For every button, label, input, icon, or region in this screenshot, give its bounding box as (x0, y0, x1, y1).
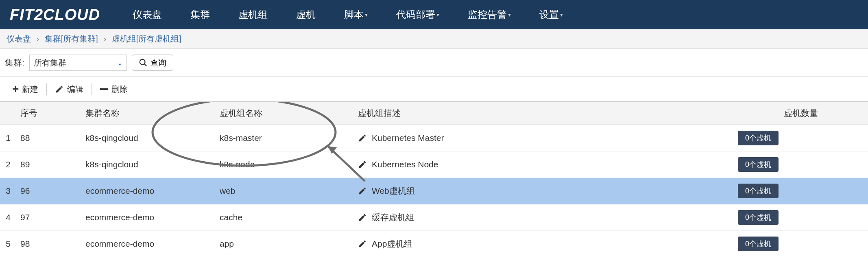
cell-cluster: ecommerce-demo (81, 204, 216, 231)
search-icon (139, 58, 148, 67)
vmgroup-table: 序号 集群名称 虚机组名称 虚机组描述 虚机数量 1 88 k8s-qingcl… (0, 102, 868, 263)
cell-vmgroup: k8s-node (216, 151, 354, 178)
nav-items: 仪表盘 集群 虚机组 虚机 脚本▾ 代码部署▾ 监控告警▾ 设置▾ (133, 8, 563, 21)
cell-desc: 缓存虚机组 (354, 204, 734, 231)
vm-count-badge[interactable]: 0个虚机 (738, 157, 779, 172)
breadcrumb-sep: › (37, 34, 39, 43)
chevron-down-icon: ⌄ (117, 59, 122, 67)
pencil-icon[interactable] (358, 134, 367, 142)
cell-seq: 89 (16, 151, 81, 178)
table-row[interactable]: 1 88 k8s-qingcloud k8s-master Kubernetes… (0, 125, 868, 151)
chevron-down-icon: ▾ (365, 11, 368, 18)
cell-vmgroup: db (216, 257, 354, 263)
cell-desc: Kubernetes Master (354, 125, 734, 151)
cell-count: 0个虚机 (734, 125, 868, 151)
cell-seq: 98 (16, 231, 81, 257)
col-header-cluster[interactable]: 集群名称 (81, 102, 216, 125)
vm-count-badge[interactable]: 0个虚机 (738, 184, 779, 198)
brand-logo: FIT2CLOUD (10, 6, 100, 24)
nav-settings[interactable]: 设置▾ (539, 8, 563, 21)
toolbar: + 新建 编辑 删除 (0, 77, 868, 102)
navbar: FIT2CLOUD 仪表盘 集群 虚机组 虚机 脚本▾ 代码部署▾ 监控告警▾ … (0, 0, 868, 29)
dropdown-value: 所有集群 (34, 57, 117, 68)
cell-cluster: k8s-qingcloud (81, 125, 216, 151)
row-index: 5 (0, 231, 16, 257)
nav-alert[interactable]: 监控告警▾ (468, 8, 511, 21)
cell-count: 0个虚机 (734, 231, 868, 257)
filter-label: 集群: (5, 57, 24, 68)
pencil-icon[interactable] (358, 239, 367, 248)
table-row[interactable]: 3 96 ecommerce-demo web Web虚机组 0个虚机 (0, 178, 868, 204)
chevron-down-icon: ▾ (436, 11, 439, 18)
vm-count-badge[interactable]: 0个虚机 (738, 210, 779, 225)
cell-vmgroup: web (216, 178, 354, 204)
cell-count: 0个虚机 (734, 204, 868, 231)
row-index: 3 (0, 178, 16, 204)
cell-seq: 99 (16, 257, 81, 263)
cell-count: 0个虚机 (734, 257, 868, 263)
breadcrumb-vmgroup[interactable]: 虚机组[所有虚机组] (112, 34, 181, 43)
cell-desc: App虚机组 (354, 231, 734, 257)
table-row[interactable]: 6 99 ecommerce-demo db 数据库虚机组 0个虚机 (0, 257, 868, 263)
col-header-count[interactable]: 虚机数量 (734, 102, 868, 125)
nav-cluster[interactable]: 集群 (190, 8, 210, 21)
desc-text: Kubernetes Master (372, 133, 444, 143)
col-header-vmgroup[interactable]: 虚机组名称 (216, 102, 354, 125)
breadcrumb: 仪表盘 › 集群[所有集群] › 虚机组[所有虚机组] (0, 29, 868, 49)
breadcrumb-cluster[interactable]: 集群[所有集群] (45, 34, 98, 43)
row-index: 6 (0, 257, 16, 263)
cell-seq: 97 (16, 204, 81, 231)
filter-bar: 集群: 所有集群 ⌄ 查询 (0, 49, 868, 77)
cell-seq: 96 (16, 178, 81, 204)
cell-desc: Web虚机组 (354, 178, 734, 204)
table-row[interactable]: 2 89 k8s-qingcloud k8s-node Kubernetes N… (0, 151, 868, 178)
pencil-icon (55, 85, 64, 94)
search-button[interactable]: 查询 (132, 55, 173, 71)
cell-vmgroup: cache (216, 204, 354, 231)
cell-cluster: k8s-qingcloud (81, 151, 216, 178)
breadcrumb-dashboard[interactable]: 仪表盘 (7, 34, 31, 43)
cell-desc: 数据库虚机组 (354, 257, 734, 263)
cell-seq: 88 (16, 125, 81, 151)
table-row[interactable]: 4 97 ecommerce-demo cache 缓存虚机组 0个虚机 (0, 204, 868, 231)
desc-text: App虚机组 (372, 238, 412, 250)
cell-vmgroup: app (216, 231, 354, 257)
chevron-down-icon: ▾ (560, 11, 563, 18)
pencil-icon[interactable] (358, 160, 367, 169)
table-row[interactable]: 5 98 ecommerce-demo app App虚机组 0个虚机 (0, 231, 868, 257)
breadcrumb-sep: › (103, 34, 106, 43)
vm-count-badge[interactable]: 0个虚机 (738, 237, 779, 251)
plus-icon: + (12, 83, 19, 95)
col-header-idx (0, 102, 16, 125)
nav-vm[interactable]: 虚机 (296, 8, 316, 21)
col-header-seq[interactable]: 序号 (16, 102, 81, 125)
desc-text: Kubernetes Node (372, 160, 438, 169)
row-index: 1 (0, 125, 16, 151)
cell-desc: Kubernetes Node (354, 151, 734, 178)
new-button[interactable]: + 新建 (7, 81, 44, 97)
nav-vmgroup[interactable]: 虚机组 (238, 8, 268, 21)
nav-script[interactable]: 脚本▾ (344, 8, 368, 21)
cluster-dropdown[interactable]: 所有集群 ⌄ (29, 55, 127, 71)
svg-line-1 (144, 64, 147, 66)
nav-dashboard[interactable]: 仪表盘 (133, 8, 162, 21)
svg-point-0 (140, 59, 145, 65)
cell-cluster: ecommerce-demo (81, 257, 216, 263)
pencil-icon[interactable] (358, 186, 367, 195)
chevron-down-icon: ▾ (508, 11, 511, 18)
cell-vmgroup: k8s-master (216, 125, 354, 151)
row-index: 4 (0, 204, 16, 231)
minus-icon (100, 88, 108, 90)
col-header-desc[interactable]: 虚机组描述 (354, 102, 734, 125)
cell-cluster: ecommerce-demo (81, 231, 216, 257)
separator (46, 83, 47, 95)
cell-cluster: ecommerce-demo (81, 178, 216, 204)
vm-count-badge[interactable]: 0个虚机 (738, 131, 779, 145)
separator (92, 83, 92, 95)
delete-button[interactable]: 删除 (94, 81, 133, 97)
cell-count: 0个虚机 (734, 151, 868, 178)
cell-count: 0个虚机 (734, 178, 868, 204)
edit-button[interactable]: 编辑 (49, 81, 89, 97)
pencil-icon[interactable] (358, 213, 367, 222)
nav-deploy[interactable]: 代码部署▾ (396, 8, 439, 21)
